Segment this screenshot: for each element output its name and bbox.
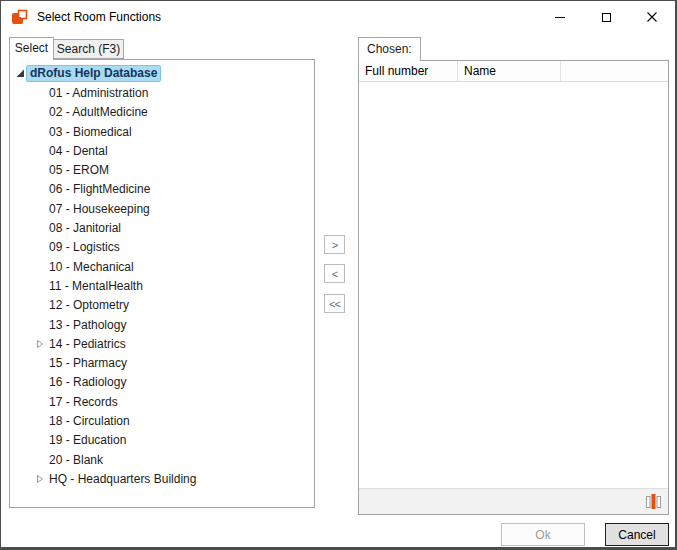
tree-item-label: 03 - Biomedical	[10, 125, 132, 139]
tab-search[interactable]: Search (F3)	[53, 39, 124, 59]
cancel-button[interactable]: Cancel	[605, 523, 669, 546]
tree-item-label: 01 - Administration	[10, 86, 148, 100]
tree-item-label: 12 - Optometry	[10, 298, 129, 312]
tree-item-label: 02 - AdultMedicine	[10, 105, 148, 119]
maximize-icon[interactable]	[583, 1, 629, 33]
tree-item[interactable]: 16 - Radiology	[10, 373, 314, 392]
tree-item-label: 04 - Dental	[10, 144, 108, 158]
tree-item[interactable]: 12 - Optometry	[10, 296, 314, 315]
add-button[interactable]: >	[324, 235, 345, 254]
tree-item[interactable]: 02 - AdultMedicine	[10, 103, 314, 122]
tree-item-label: 11 - MentalHealth	[10, 279, 143, 293]
tree-item-label: 05 - EROM	[10, 163, 109, 177]
tree-item[interactable]: 07 - Housekeeping	[10, 199, 314, 218]
tree-root-label: dRofus Help Database	[26, 65, 161, 82]
tree-item[interactable]: 10 - Mechanical	[10, 257, 314, 276]
tree-item[interactable]: 17 - Records	[10, 392, 314, 411]
tree-item-label: 17 - Records	[10, 395, 118, 409]
title-bar[interactable]: Select Room Functions	[1, 1, 675, 33]
tree-item[interactable]: 01 - Administration	[10, 83, 314, 102]
tree-item[interactable]: 19 - Education	[10, 431, 314, 450]
room-function-tree: dRofus Help Database 01 - Administration…	[9, 59, 315, 508]
remove-button[interactable]: <	[324, 264, 345, 283]
tree-item[interactable]: 03 - Biomedical	[10, 122, 314, 141]
tree-item-label: 15 - Pharmacy	[10, 356, 127, 370]
tree-item[interactable]: 15 - Pharmacy	[10, 353, 314, 372]
tree-item[interactable]: 14 - Pediatrics	[10, 334, 314, 353]
tab-select[interactable]: Select	[9, 37, 54, 60]
triangle-collapsed-icon[interactable]	[36, 473, 46, 484]
tree-item-label: 09 - Logistics	[10, 240, 120, 254]
tree-item-label: 20 - Blank	[10, 453, 103, 467]
tree-root-row[interactable]: dRofus Help Database	[10, 64, 314, 83]
minimize-icon[interactable]	[537, 1, 583, 33]
triangle-expanded-icon[interactable]	[16, 68, 26, 79]
triangle-collapsed-icon[interactable]	[36, 338, 46, 349]
tree-item-label: 18 - Circulation	[10, 414, 130, 428]
tree-item[interactable]: 04 - Dental	[10, 141, 314, 160]
drofus-room-function-icon	[646, 493, 661, 510]
column-header-extra[interactable]	[561, 61, 668, 81]
tree-item-label: 19 - Education	[10, 433, 126, 447]
tree-item[interactable]: 18 - Circulation	[10, 411, 314, 430]
tree-item-label: 08 - Janitorial	[10, 221, 121, 235]
drofus-logo-icon	[11, 8, 29, 26]
chosen-grid-body[interactable]	[359, 82, 668, 463]
column-header-name[interactable]: Name	[458, 61, 561, 81]
tab-chosen[interactable]: Chosen:	[358, 37, 421, 61]
ok-button[interactable]: Ok	[501, 523, 585, 546]
select-room-functions-dialog: Select Room Functions Select Search (F3)…	[0, 0, 677, 550]
chosen-panel: Full number Name	[358, 60, 669, 515]
remove-all-button[interactable]: <<	[324, 294, 345, 313]
window-title: Select Room Functions	[37, 10, 161, 24]
tree-item-label: 07 - Housekeeping	[10, 202, 150, 216]
tree-item[interactable]: 20 - Blank	[10, 450, 314, 469]
tree-item-label: 13 - Pathology	[10, 318, 126, 332]
tree-item[interactable]: 06 - FlightMedicine	[10, 180, 314, 199]
tree-item-label: 16 - Radiology	[10, 375, 126, 389]
tree-item[interactable]: HQ - Headquarters Building	[10, 469, 314, 488]
chosen-grid-header: Full number Name	[359, 61, 668, 82]
column-header-full-number[interactable]: Full number	[359, 61, 458, 81]
tree-item-label: 06 - FlightMedicine	[10, 182, 150, 196]
tree-item[interactable]: 09 - Logistics	[10, 238, 314, 257]
tree-item-label: 14 - Pediatrics	[10, 337, 126, 351]
tree-item[interactable]: 11 - MentalHealth	[10, 276, 314, 295]
tree-item[interactable]: 13 - Pathology	[10, 315, 314, 334]
tree-item[interactable]: 08 - Janitorial	[10, 218, 314, 237]
tree-item-label: 10 - Mechanical	[10, 260, 134, 274]
close-icon[interactable]	[629, 1, 675, 33]
chosen-footer-bar	[359, 488, 668, 514]
tree-item[interactable]: 05 - EROM	[10, 160, 314, 179]
